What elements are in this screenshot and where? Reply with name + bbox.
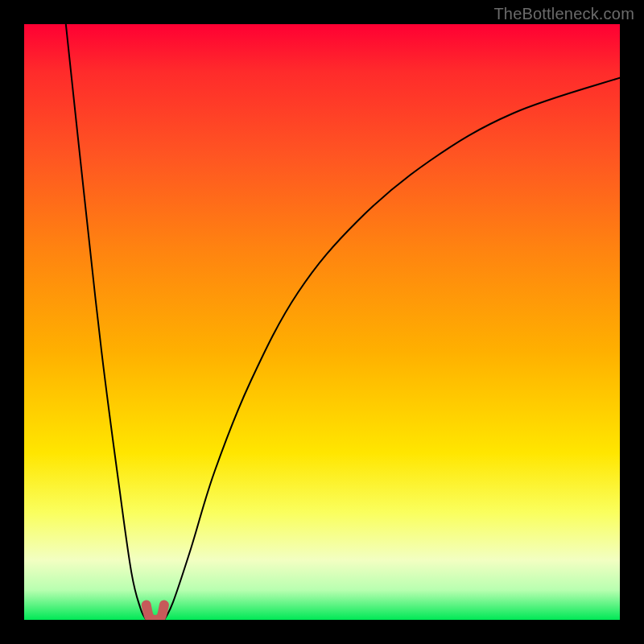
watermark-text: TheBottleneck.com [493, 5, 634, 23]
curve-left-branch [66, 24, 147, 620]
chart-frame: TheBottleneck.com [0, 0, 644, 644]
curve-layer [24, 24, 620, 620]
plot-area [24, 24, 620, 620]
bottom-hook-segment [147, 605, 164, 621]
curve-right-branch [164, 78, 620, 620]
